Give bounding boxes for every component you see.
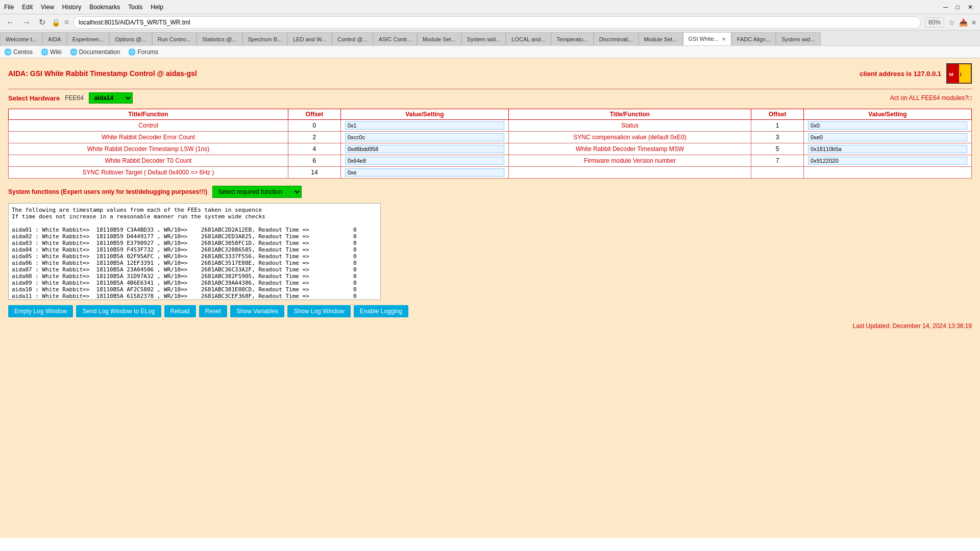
menu-help[interactable]: Help	[151, 4, 163, 11]
cell-right-offset-1: 3	[751, 132, 804, 143]
tab-4[interactable]: Run Contro...	[152, 32, 197, 45]
cell-right-offset-3: 7	[751, 155, 804, 167]
cell-left-value-0[interactable]	[340, 120, 508, 132]
tab-5[interactable]: Statistics @...	[197, 32, 242, 45]
action-btn-2[interactable]: Reload	[164, 305, 196, 317]
function-select[interactable]: Select required function	[212, 186, 302, 198]
th-title-function-right: Title/Function	[508, 109, 751, 120]
main-table: Title/Function Offset Value/Setting Titl…	[8, 109, 972, 179]
menu-history[interactable]: History	[62, 4, 81, 11]
cell-right-title-4	[508, 167, 751, 179]
hardware-select[interactable]: aida14 aida01 aida02	[89, 92, 133, 104]
cell-right-title-0: Status	[508, 120, 751, 132]
table-row-2: White Rabbit Decoder Timestamp LSW (1ns)…	[9, 143, 972, 155]
cell-left-title-2: White Rabbit Decoder Timestamp LSW (1ns)	[9, 143, 288, 155]
tab-12[interactable]: LOCAL and...	[506, 32, 551, 45]
midas-logo: M i	[946, 63, 972, 84]
header-divider	[8, 89, 972, 89]
cell-left-offset-3: 6	[288, 155, 340, 167]
globe-icon-4: 🌐	[128, 48, 136, 56]
action-btn-5[interactable]: Show Log Window	[287, 305, 350, 317]
tab-1[interactable]: AIDA	[42, 32, 67, 45]
svg-text:M: M	[949, 71, 953, 77]
reload-button[interactable]: ↻	[37, 16, 47, 28]
tab-9[interactable]: ASIC Contr...	[373, 32, 417, 45]
menu-edit[interactable]: Edit	[22, 4, 33, 11]
tab-18[interactable]: System wid...	[776, 32, 820, 45]
client-address: client address is 127.0.0.1	[860, 70, 941, 78]
menu-tools[interactable]: Tools	[128, 4, 142, 11]
bookmark-docs[interactable]: 🌐 Documentation	[70, 48, 120, 56]
tab-13[interactable]: Temperatu...	[551, 32, 594, 45]
tab-6[interactable]: Spectrum B...	[242, 32, 288, 45]
cell-left-title-1: White Rabbit Decoder Error Count	[9, 132, 288, 143]
forward-button[interactable]: →	[20, 17, 33, 28]
tab-11[interactable]: System wid...	[461, 32, 506, 45]
menu-view[interactable]: View	[41, 4, 54, 11]
tab-3[interactable]: Options @...	[109, 32, 152, 45]
page-title: AIDA: GSI White Rabbit Timestamp Control…	[8, 69, 197, 78]
bookmarks-bar: 🌐 Centos 🌐 Wiki 🌐 Documentation 🌐 Forums	[0, 46, 980, 58]
address-bar[interactable]	[73, 16, 921, 29]
cell-left-offset-1: 2	[288, 132, 340, 143]
system-functions-row: System functions (Expert users only for …	[8, 186, 972, 198]
bookmark-wiki[interactable]: 🌐 Wiki	[41, 48, 62, 56]
menu-bookmarks[interactable]: Bookmarks	[89, 4, 120, 11]
cell-right-offset-0: 1	[751, 120, 804, 132]
cell-right-value-4[interactable]	[804, 167, 972, 179]
cell-right-title-3: Firmware module Version number	[508, 155, 751, 167]
globe-icon-2: 🌐	[41, 48, 48, 56]
tab-17[interactable]: FADC Align...	[731, 32, 776, 45]
cell-right-title-2: White Rabbit Decoder Timestamp MSW	[508, 143, 751, 155]
cell-left-title-3: White Rabbit Decoder T0 Count	[9, 155, 288, 167]
cell-left-value-2[interactable]	[340, 143, 508, 155]
th-value-left: Value/Setting	[340, 109, 508, 120]
action-btn-1[interactable]: Send Log Window to ELog	[76, 305, 161, 317]
cell-right-value-0[interactable]	[804, 120, 972, 132]
svg-text:i: i	[960, 71, 962, 77]
buttons-row: Empty Log WindowSend Log Window to ELogR…	[8, 305, 972, 317]
tab-14[interactable]: Discriminati...	[594, 32, 639, 45]
maximize-button[interactable]: □	[953, 4, 963, 11]
menu-file[interactable]: File	[4, 4, 14, 11]
browser-toolbar: ← → ↻ 🔒 ⊙ 80% ☆ 📥 ≡	[0, 14, 980, 31]
cell-left-title-0: Control	[9, 120, 288, 132]
tab-2[interactable]: Experimen...	[67, 32, 110, 45]
table-row-4: SYNC Rollover Target ( Default 0x4000 =>…	[9, 167, 972, 179]
th-value-right: Value/Setting	[804, 109, 972, 120]
tab-0[interactable]: Welcome t...	[0, 32, 42, 45]
action-btn-4[interactable]: Show Variables	[230, 305, 285, 317]
cell-left-value-1[interactable]	[340, 132, 508, 143]
action-btn-6[interactable]: Enable Logging	[354, 305, 408, 317]
table-row-1: White Rabbit Decoder Error Count 2 SYNC …	[9, 132, 972, 143]
tab-16[interactable]: GSI White...✕	[683, 32, 731, 45]
act-on-all-label[interactable]: Act on ALL FEE64 modules?□	[890, 94, 972, 102]
bookmark-forums[interactable]: 🌐 Forums	[128, 48, 158, 56]
bookmark-centos[interactable]: 🌐 Centos	[4, 48, 33, 56]
zoom-level: 80%	[925, 17, 944, 28]
tab-7[interactable]: LED and W...	[287, 32, 332, 45]
action-btn-3[interactable]: Reset	[199, 305, 227, 317]
tab-10[interactable]: Module Set...	[417, 32, 461, 45]
cell-left-value-4[interactable]	[340, 167, 508, 179]
table-row-0: Control 0 Status 1	[9, 120, 972, 132]
action-btn-0[interactable]: Empty Log Window	[8, 305, 73, 317]
cell-right-value-3[interactable]	[804, 155, 972, 167]
cell-right-value-1[interactable]	[804, 132, 972, 143]
close-button[interactable]: ✕	[965, 4, 976, 11]
cell-left-offset-4: 14	[288, 167, 340, 179]
browser-menu: File Edit View History Bookmarks Tools H…	[4, 4, 163, 11]
cell-right-value-2[interactable]	[804, 143, 972, 155]
th-offset-left: Offset	[288, 109, 340, 120]
tab-15[interactable]: Module Set...	[639, 32, 683, 45]
minimize-button[interactable]: ─	[940, 4, 951, 11]
tab-close-icon[interactable]: ✕	[722, 36, 726, 42]
cell-left-offset-0: 0	[288, 120, 340, 132]
browser-titlebar: File Edit View History Bookmarks Tools H…	[0, 0, 980, 14]
back-button[interactable]: ←	[4, 17, 16, 28]
page-header: AIDA: GSI White Rabbit Timestamp Control…	[8, 63, 972, 84]
globe-icon-3: 🌐	[70, 48, 78, 56]
tab-8[interactable]: Control @...	[332, 32, 373, 45]
cell-right-offset-4	[751, 167, 804, 179]
cell-left-value-3[interactable]	[340, 155, 508, 167]
